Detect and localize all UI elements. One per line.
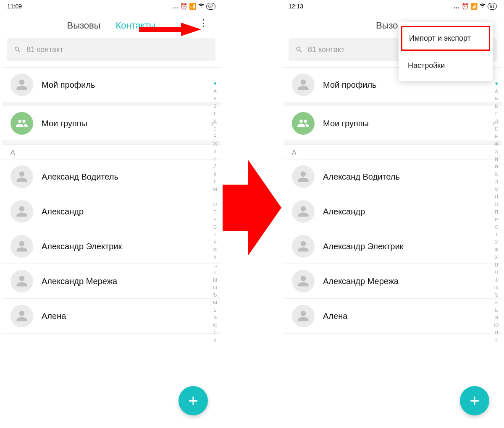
avatar-placeholder-icon <box>292 200 315 223</box>
avatar-placeholder-icon <box>10 200 33 223</box>
heart-icon[interactable]: ♥ <box>211 80 219 87</box>
heart-icon[interactable]: ♥ <box>493 80 500 87</box>
contacts-list: Мой профиль Мои группы › А Александ Води… <box>284 67 502 334</box>
contact-name: Александр Электрик <box>42 242 122 251</box>
clock: 12:13 <box>289 3 303 10</box>
status-bar: 11:09 ... ⏰ 📶 67 <box>2 0 220 13</box>
avatar-placeholder-icon <box>292 165 315 188</box>
contact-row[interactable]: Александр Электрик <box>284 229 502 264</box>
avatar-placeholder-icon <box>10 73 33 96</box>
section-header-a: А <box>284 145 502 159</box>
overflow-menu-popup: Импорт и экспорт Настройки <box>399 22 493 81</box>
top-tabs: Вызовы Контакты ⋮ <box>2 13 220 37</box>
contact-row[interactable]: Алена <box>284 299 502 334</box>
contact-name: Алена <box>42 311 66 321</box>
contact-row[interactable]: Алена <box>2 299 220 334</box>
search-placeholder: 81 контакт <box>308 45 344 54</box>
search-icon <box>14 46 21 53</box>
more-dots-icon: ... <box>454 3 460 10</box>
tab-calls[interactable]: Вызовы <box>67 20 100 31</box>
status-icons: ... ⏰ 📶 61 <box>454 3 497 10</box>
avatar-placeholder-icon <box>292 73 315 96</box>
wifi-icon <box>479 3 486 10</box>
my-groups-label: Мои группы <box>323 119 369 128</box>
group-icon <box>292 112 315 135</box>
contact-row[interactable]: Александр <box>284 194 502 229</box>
my-profile-label: Мой профиль <box>42 80 95 90</box>
signal-icon: 📶 <box>470 3 478 10</box>
my-groups-row[interactable]: Мои группы › <box>2 106 220 141</box>
contact-name: Алена <box>323 311 347 321</box>
alarm-icon: ⏰ <box>180 3 187 10</box>
section-header-a: А <box>2 145 220 159</box>
alarm-icon: ⏰ <box>462 3 469 10</box>
battery-icon: 67 <box>206 3 215 10</box>
contact-name: Александ Водитель <box>323 172 400 182</box>
phone-screen-left: 11:09 ... ⏰ 📶 67 Вызовы Контакты ⋮ 81 ко… <box>2 0 220 428</box>
contact-name: Александр Мережа <box>323 277 399 286</box>
plus-icon: + <box>470 391 479 410</box>
search-placeholder: 81 контакт <box>26 45 63 54</box>
contact-row[interactable]: Александр Мережа <box>284 264 502 299</box>
contact-name: Александр <box>42 207 84 217</box>
overflow-menu-button[interactable]: ⋮ <box>199 21 208 25</box>
my-profile-row[interactable]: Мой профиль <box>2 68 220 102</box>
menu-settings[interactable]: Настройки <box>399 53 493 78</box>
signal-icon: 📶 <box>189 3 196 10</box>
contacts-list: Мой профиль Мои группы › А Александ Води… <box>2 67 220 334</box>
my-profile-label: Мой профиль <box>323 80 377 90</box>
search-bar[interactable]: 81 контакт <box>7 38 215 61</box>
avatar-placeholder-icon <box>10 305 33 327</box>
contact-name: Александ Водитель <box>42 172 118 182</box>
alphabet-index[interactable]: ♥ АБВГДЕЁЖЗИЙКЛМНОПРСТУФХЦЧШЩЪЫЬЭЮЯ# <box>211 80 219 344</box>
contact-row[interactable]: Александр Электрик <box>2 229 220 264</box>
avatar-placeholder-icon <box>292 270 315 292</box>
battery-icon: 61 <box>488 3 497 10</box>
avatar-placeholder-icon <box>10 165 33 188</box>
alphabet-index[interactable]: ♥ АБВГДЕЁЖЗИЙКЛМНОПРСТУФХЦЧШЩЪЫЬЭЮЯ# <box>493 80 500 344</box>
phone-screen-right: 12:13 ... ⏰ 📶 61 Вызовы Импорт и экспорт… <box>284 0 502 428</box>
contact-row[interactable]: Александ Водитель <box>2 159 220 194</box>
avatar-placeholder-icon <box>292 305 315 327</box>
status-bar: 12:13 ... ⏰ 📶 61 <box>284 0 502 13</box>
contact-row[interactable]: Александ Водитель <box>284 159 502 194</box>
index-letter-list[interactable]: АБВГДЕЁЖЗИЙКЛМНОПРСТУФХЦЧШЩЪЫЬЭЮЯ# <box>493 87 500 344</box>
contact-row[interactable]: Александр <box>2 194 220 229</box>
menu-import-export[interactable]: Импорт и экспорт <box>401 26 490 51</box>
contact-name: Александр <box>323 207 365 217</box>
group-icon <box>10 112 33 135</box>
contact-name: Александр Мережа <box>42 277 117 286</box>
add-contact-fab[interactable]: + <box>178 386 208 415</box>
more-dots-icon: ... <box>172 3 178 10</box>
my-groups-row[interactable]: Мои группы › <box>284 106 502 141</box>
search-icon <box>295 46 303 53</box>
index-letter-list[interactable]: АБВГДЕЁЖЗИЙКЛМНОПРСТУФХЦЧШЩЪЫЬЭЮЯ# <box>211 87 219 344</box>
contact-row[interactable]: Александр Мережа <box>2 264 220 299</box>
contact-name: Александр Электрик <box>323 242 403 251</box>
clock: 11:09 <box>7 3 22 10</box>
tab-contacts[interactable]: Контакты <box>116 20 156 31</box>
my-groups-label: Мои группы <box>42 119 87 128</box>
wifi-icon <box>198 3 205 10</box>
plus-icon: + <box>188 391 198 410</box>
avatar-placeholder-icon <box>10 235 33 258</box>
avatar-placeholder-icon <box>292 235 315 258</box>
status-icons: ... ⏰ 📶 67 <box>172 3 215 10</box>
add-contact-fab[interactable]: + <box>460 386 489 415</box>
avatar-placeholder-icon <box>10 270 33 292</box>
